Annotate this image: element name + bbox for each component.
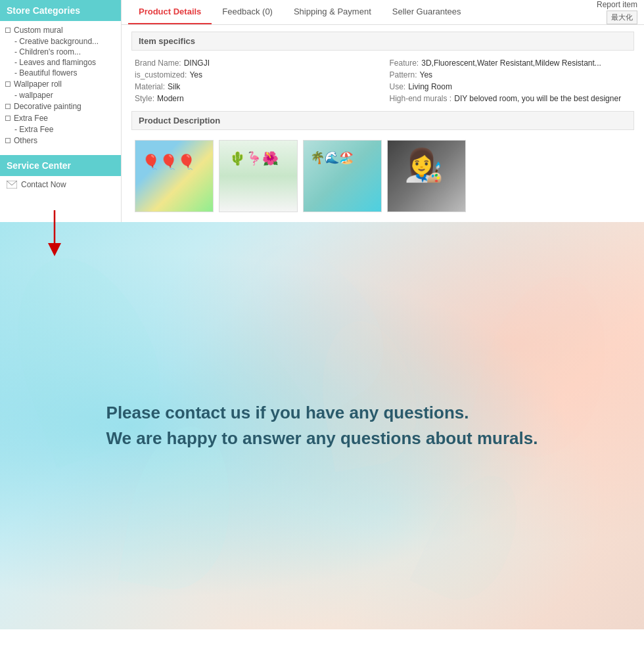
contact-now-item[interactable]: Contact Now [0,176,121,193]
sidebar-item-beautiful-flowers[interactable]: Beautiful flowers [0,68,121,78]
category-label: Custom mural [14,26,63,35]
store-categories-header: Store Categories [0,0,121,21]
spec-brand-label: Brand Name: [135,58,181,68]
spec-pattern-label: Pattern: [390,70,417,79]
product-image-3 [303,140,382,212]
expand-icon [5,116,11,121]
spec-brand-value: DINGJI [184,58,210,68]
sidebar-item-decorative-painting[interactable]: Decorative painting [0,101,121,112]
product-image-1 [135,140,214,212]
report-maximize-wrap: Report item 最大化 [597,0,637,24]
service-center-header: Service Center [0,155,121,176]
spec-customized: is_customized: Yes [135,69,377,81]
sidebar-item-childrens-room[interactable]: Children's room... [0,47,121,57]
product-desc-title: Product Description [131,111,634,130]
sidebar-item-others[interactable]: Others [0,135,121,146]
expand-icon [5,28,11,33]
spec-use: Use: Living Room [390,81,632,93]
spec-high-end-value: DIY beloved room, you will be the best d… [454,94,621,103]
expand-icon [5,138,11,143]
spec-style: Style: Modern [135,93,377,104]
sidebar-item-custom-mural[interactable]: Custom mural [0,24,121,36]
spec-feature: Feature: 3D,Fluorescent,Water Resistant,… [390,57,632,69]
specs-left-col: Brand Name: DINGJI is_customized: Yes Ma… [135,57,377,104]
sidebar: Store Categories Custom mural Creative b… [0,0,122,222]
spec-material-label: Material: [135,82,165,91]
product-image-4 [387,140,466,212]
spec-style-label: Style: [135,94,154,103]
content-area: Product Details Feedback (0) Shipping & … [122,0,644,222]
spec-use-label: Use: [390,82,406,91]
spec-pattern: Pattern: Yes [390,69,632,81]
category-label: Extra Fee [14,114,48,123]
spec-customized-value: Yes [189,70,202,79]
spec-material-value: Silk [168,82,180,91]
spec-brand: Brand Name: DINGJI [135,57,377,69]
expand-icon [5,104,11,109]
upper-section: Store Categories Custom mural Creative b… [0,0,644,222]
product-images-row [131,137,634,215]
sidebar-item-extra-fee-sub[interactable]: Extra Fee [0,124,121,135]
spec-style-value: Modern [157,94,184,103]
product-description-section: Product Description [122,111,644,222]
sidebar-item-extra-fee[interactable]: Extra Fee [0,112,121,124]
spec-feature-value: 3D,Fluorescent,Water Resistant,Mildew Re… [421,58,601,68]
category-label: Others [14,136,37,145]
tab-seller-guarantees[interactable]: Seller Guarantees [382,0,472,24]
contact-text-overlay: Please contact us if you have any questi… [67,390,578,462]
product-image-2 [219,140,298,212]
tab-feedback[interactable]: Feedback (0) [212,0,283,24]
category-label: Decorative painting [14,102,81,111]
tab-product-details[interactable]: Product Details [128,0,212,24]
spec-high-end-label: High-end murals : [390,94,452,103]
lower-section: Please contact us if you have any questi… [0,222,644,629]
mail-icon [7,181,17,189]
specifics-grid: Brand Name: DINGJI is_customized: Yes Ma… [131,57,634,104]
contact-line2: We are happy to answer any questions abo… [106,428,538,449]
specs-right-col: Feature: 3D,Fluorescent,Water Resistant,… [390,57,632,104]
sidebar-item-leaves-flamingos[interactable]: Leaves and flamingos [0,57,121,68]
red-arrow-svg [38,210,71,263]
spec-customized-label: is_customized: [135,70,187,79]
spec-use-value: Living Room [408,82,452,91]
expand-icon [5,81,11,87]
spec-high-end: High-end murals : DIY beloved room, you … [390,93,632,104]
sidebar-item-wallpaper-roll[interactable]: Wallpaper roll [0,78,121,90]
maximize-button[interactable]: 最大化 [607,11,637,24]
tabs-bar: Product Details Feedback (0) Shipping & … [122,0,644,25]
red-arrow-annotation [38,210,71,265]
item-specifics-section: Item specifics Brand Name: DINGJI is_cus… [122,25,644,111]
spec-material: Material: Silk [135,81,377,93]
report-item-button[interactable]: Report item [597,0,637,9]
tab-shipping-payment[interactable]: Shipping & Payment [283,0,382,24]
sidebar-item-wallpaper[interactable]: wallpaper [0,90,121,101]
categories-list: Custom mural Creative background... Chil… [0,21,121,150]
item-specifics-title: Item specifics [131,32,634,51]
sidebar-item-creative-bg[interactable]: Creative background... [0,36,121,47]
contact-now-label: Contact Now [21,180,66,189]
category-label: Wallpaper roll [14,79,62,89]
spec-feature-label: Feature: [390,58,419,68]
contact-line1: Please contact us if you have any questi… [106,403,538,423]
spec-pattern-value: Yes [420,70,433,79]
svg-marker-2 [48,243,61,256]
